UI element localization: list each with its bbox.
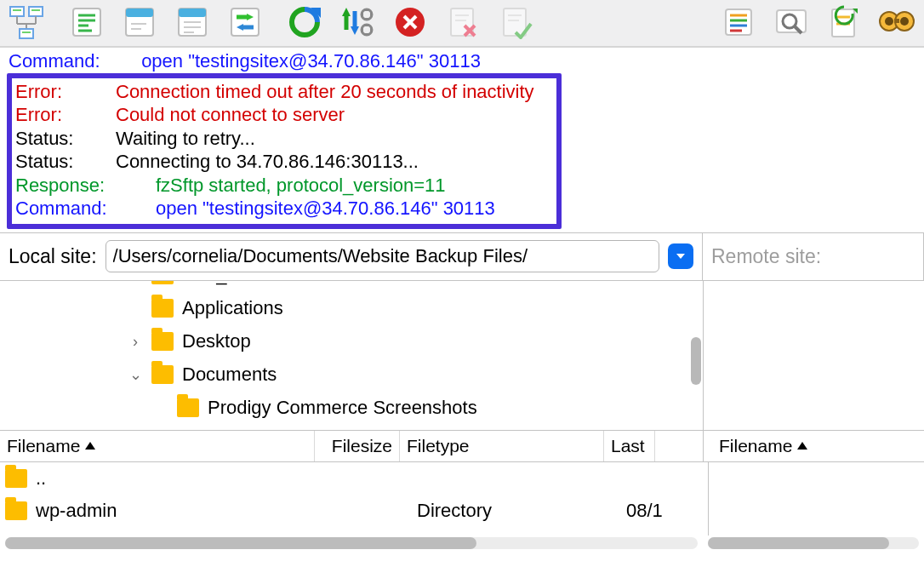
site-manager-icon[interactable] bbox=[9, 3, 46, 41]
column-header[interactable]: Filetype bbox=[400, 431, 604, 461]
local-tree-scrollbar-thumb[interactable] bbox=[691, 337, 701, 385]
remote-tree bbox=[704, 281, 924, 430]
refresh-icon[interactable] bbox=[286, 3, 323, 41]
sort-ascending-icon bbox=[85, 442, 95, 450]
sort-ascending-icon bbox=[797, 442, 807, 450]
svg-rect-20 bbox=[179, 9, 206, 17]
toolbar-group-3 bbox=[286, 3, 534, 41]
reconnect-icon[interactable] bbox=[497, 3, 534, 41]
column-header[interactable]: Filename bbox=[0, 431, 315, 461]
toggle-log-icon[interactable] bbox=[68, 3, 106, 41]
log-line: Status:Waiting to retry... bbox=[15, 127, 551, 151]
file-lists: ..wp-adminDirectory08/1 bbox=[0, 462, 924, 536]
file-name: wp-admin bbox=[36, 500, 117, 522]
message-log: Command: open "testingsitex@34.70.86.146… bbox=[0, 47, 924, 232]
folder-icon bbox=[177, 398, 199, 417]
svg-rect-1 bbox=[29, 7, 43, 16]
log-line: Response:fzSftp started, protocol_versio… bbox=[15, 174, 551, 198]
file-name: .. bbox=[36, 467, 46, 490]
toolbar-group-1 bbox=[9, 3, 46, 41]
file-modified: 08/1 bbox=[626, 500, 708, 522]
folder-icon bbox=[151, 299, 174, 318]
local-site-dropdown-button[interactable] bbox=[668, 243, 693, 269]
filter-icon[interactable] bbox=[720, 3, 757, 41]
search-icon[interactable] bbox=[773, 3, 810, 41]
column-header[interactable]: Filesize bbox=[315, 431, 400, 461]
tree-item[interactable]: Applications bbox=[0, 292, 703, 325]
local-site-label: Local site: bbox=[9, 245, 97, 268]
tree-item-label: Applications bbox=[182, 297, 283, 319]
svg-point-52 bbox=[900, 17, 909, 26]
remote-hscrollbar[interactable] bbox=[708, 537, 919, 549]
toolbar bbox=[0, 0, 924, 47]
tree-item[interactable]: ⌄Documents bbox=[0, 358, 703, 392]
toggle-local-tree-icon[interactable] bbox=[121, 3, 158, 41]
folder-icon bbox=[151, 281, 174, 285]
tree-item[interactable]: ›Desktop bbox=[0, 325, 703, 358]
cancel-icon[interactable] bbox=[391, 3, 429, 41]
remote-site-label: Remote site: bbox=[711, 245, 821, 268]
log-line: Status:Connecting to 34.70.86.146:30113.… bbox=[15, 150, 551, 174]
log-line: Error:Could not connect to server bbox=[15, 103, 551, 127]
file-type: Directory bbox=[417, 500, 618, 522]
disconnect-icon[interactable] bbox=[444, 3, 482, 41]
svg-point-51 bbox=[885, 17, 893, 26]
svg-rect-35 bbox=[504, 9, 526, 36]
svg-rect-16 bbox=[126, 9, 153, 17]
log-line-command-prev: Command: open "testingsitex@34.70.86.146… bbox=[9, 49, 919, 73]
log-line: Error:Connection timed out after 20 seco… bbox=[15, 80, 551, 104]
toggle-queue-icon[interactable] bbox=[226, 3, 264, 41]
tree-item-label: Prodigy Commerce Screenshots bbox=[208, 397, 477, 419]
find-icon[interactable] bbox=[878, 3, 915, 41]
remote-site-bar: Remote site: bbox=[703, 233, 924, 281]
svg-rect-8 bbox=[20, 29, 33, 38]
folder-icon bbox=[151, 332, 174, 351]
local-tree[interactable]: .zsh_sessionsApplications›Desktop⌄Docume… bbox=[0, 281, 704, 430]
toolbar-group-2 bbox=[68, 3, 264, 41]
svg-rect-24 bbox=[231, 9, 259, 36]
remote-file-list bbox=[709, 462, 924, 536]
directory-tree-panes: .zsh_sessionsApplications›Desktop⌄Docume… bbox=[0, 281, 924, 431]
remote-list-header: Filename bbox=[704, 431, 924, 461]
tree-item-label: .zsh_sessions bbox=[182, 281, 299, 287]
file-list-headers: FilenameFilesizeFiletypeLast Filename bbox=[0, 431, 924, 462]
local-hscrollbar[interactable] bbox=[5, 537, 698, 549]
folder-icon bbox=[5, 469, 27, 488]
tree-item[interactable]: Prodigy Commerce Screenshots bbox=[0, 392, 703, 425]
file-row[interactable]: .. bbox=[5, 462, 708, 495]
folder-icon bbox=[5, 501, 27, 520]
column-header[interactable]: Last bbox=[604, 431, 655, 461]
tree-item-label: Desktop bbox=[182, 330, 251, 352]
toggle-remote-tree-icon[interactable] bbox=[174, 3, 211, 41]
local-site-bar: Local site: bbox=[0, 233, 703, 281]
svg-rect-0 bbox=[10, 7, 24, 16]
site-bars: Local site: Remote site: bbox=[0, 232, 924, 281]
process-queue-icon[interactable] bbox=[339, 3, 376, 41]
column-header[interactable]: Filename bbox=[712, 431, 814, 461]
local-site-path-input[interactable] bbox=[106, 240, 659, 272]
log-highlight-box: Error:Connection timed out after 20 seco… bbox=[7, 73, 562, 229]
disclosure-arrow-icon[interactable]: › bbox=[128, 333, 143, 351]
file-row[interactable]: wp-adminDirectory08/1 bbox=[5, 495, 708, 527]
local-list-header: FilenameFilesizeFiletypeLast bbox=[0, 431, 704, 461]
bottom-scrollbars bbox=[0, 536, 924, 551]
svg-rect-53 bbox=[894, 19, 899, 23]
folder-icon bbox=[151, 365, 174, 384]
compare-icon[interactable] bbox=[825, 3, 863, 41]
disclosure-arrow-icon[interactable]: ⌄ bbox=[128, 365, 143, 384]
tree-item-label: Documents bbox=[182, 364, 277, 386]
local-file-list[interactable]: ..wp-adminDirectory08/1 bbox=[0, 462, 709, 536]
toolbar-group-4 bbox=[720, 3, 915, 41]
log-line: Command:open "testingsitex@34.70.86.146"… bbox=[15, 197, 551, 220]
tree-item[interactable]: .zsh_sessions bbox=[0, 281, 703, 292]
